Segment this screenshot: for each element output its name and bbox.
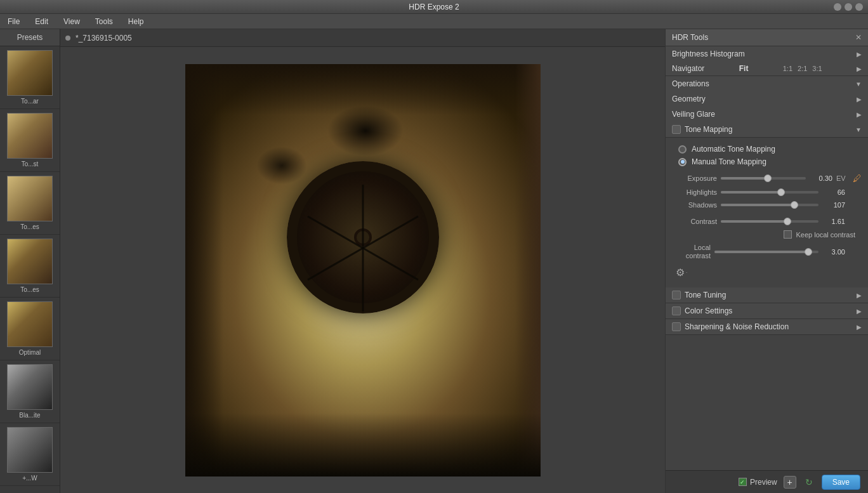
sharpening-left: Sharpening & Noise Reduction — [672, 322, 789, 331]
image-viewer[interactable] — [60, 47, 665, 493]
menu-tools[interactable]: Tools — [93, 16, 115, 27]
geometry-arrow: ▶ — [857, 96, 862, 103]
preset-item[interactable]: To...st — [0, 109, 60, 172]
auto-tone-row: Automatic Tone Mapping — [678, 143, 855, 155]
app-title: HDR Expose 2 — [409, 3, 459, 11]
operations-label: Operations — [672, 79, 709, 88]
shadows-slider[interactable] — [721, 204, 819, 206]
brightness-histogram-label: Brightness Histogram — [672, 49, 745, 58]
navigator-fit[interactable]: Fit — [739, 64, 749, 73]
refresh-button[interactable]: ↻ — [803, 476, 815, 489]
zoom-1-1[interactable]: 1:1 — [783, 65, 792, 72]
veiling-glare-section[interactable]: Veiling Glare ▶ — [666, 107, 868, 122]
local-contrast-slider[interactable] — [714, 251, 819, 253]
highlights-row: Highlights 66 — [666, 186, 868, 199]
panel-close-icon[interactable]: ✕ — [855, 33, 862, 42]
eyedropper-icon[interactable]: 🖊 — [853, 173, 862, 183]
tone-tuning-label: Tone Tuning — [685, 291, 726, 299]
sharpening-arrow: ▶ — [857, 324, 862, 331]
contrast-slider[interactable] — [721, 220, 819, 223]
shadows-fill — [721, 204, 794, 206]
save-button[interactable]: Save — [822, 475, 860, 490]
presets-header: Presets — [0, 29, 60, 46]
brightness-histogram-arrow: ▶ — [857, 51, 862, 58]
exposure-fill — [721, 177, 768, 180]
contrast-value: 1.61 — [822, 218, 845, 225]
tab-filename: *_7136915-0005 — [76, 34, 132, 43]
exposure-thumb[interactable] — [764, 174, 772, 182]
keep-local-contrast-row: Keep local contrast — [666, 228, 868, 241]
preset-item-optimal[interactable]: Optimal — [0, 298, 60, 360]
main-layout: Presets To...ar To...st To...es To...es … — [0, 29, 868, 493]
menu-view[interactable]: View — [61, 16, 82, 27]
settings-row: ⚙ · — [666, 263, 868, 282]
tone-tuning-arrow: ▶ — [857, 292, 862, 299]
panel-header: HDR Tools ✕ — [666, 29, 868, 46]
preset-label: Optimal — [19, 349, 41, 356]
panel-spacer — [666, 335, 868, 470]
main-image — [185, 64, 541, 477]
highlights-slider[interactable] — [721, 191, 819, 194]
geometry-section[interactable]: Geometry ▶ — [666, 91, 868, 107]
sharpening-checkbox[interactable] — [672, 322, 681, 331]
tone-tuning-section[interactable]: Tone Tuning ▶ — [666, 287, 868, 303]
exposure-slider[interactable] — [721, 177, 806, 180]
menu-edit[interactable]: Edit — [32, 16, 51, 27]
contrast-row: Contrast 1.61 — [666, 215, 868, 228]
highlights-thumb[interactable] — [777, 188, 785, 196]
contrast-label: Contrast — [676, 218, 717, 225]
right-panel: HDR Tools ✕ Brightness Histogram ▶ Navig… — [665, 29, 868, 493]
manual-tone-radio[interactable] — [678, 158, 687, 166]
preset-item[interactable]: To...ar — [0, 46, 60, 109]
operations-section[interactable]: Operations ▼ — [666, 76, 868, 91]
preset-item-bw[interactable]: Bla...ite — [0, 360, 60, 423]
manual-tone-row: Manual Tone Mapping — [678, 155, 855, 168]
add-button[interactable]: + — [784, 476, 796, 489]
preset-thumbnail — [7, 364, 53, 410]
tone-mapping-radio-group: Automatic Tone Mapping Manual Tone Mappi… — [666, 138, 868, 171]
preset-label: To...es — [20, 223, 39, 230]
shadows-thumb[interactable] — [791, 201, 798, 209]
preset-item[interactable]: To...es — [0, 235, 60, 298]
highlights-label: Highlights — [676, 188, 717, 196]
minimize-button[interactable] — [834, 3, 841, 11]
highlights-value: 66 — [822, 188, 845, 196]
keep-local-contrast-checkbox[interactable] — [784, 230, 792, 239]
content-area: *_7136915-0005 — [60, 29, 665, 493]
close-button[interactable] — [855, 3, 863, 11]
maximize-button[interactable] — [845, 3, 852, 11]
local-contrast-value: 3.00 — [822, 248, 845, 256]
preview-check: ✓ Preview — [739, 478, 777, 487]
menu-file[interactable]: File — [5, 16, 22, 27]
menu-help[interactable]: Help — [126, 16, 147, 27]
auto-tone-radio[interactable] — [678, 145, 687, 154]
local-contrast-row: Localcontrast 3.00 — [666, 241, 868, 263]
settings-gear-icon[interactable]: ⚙ — [676, 266, 685, 279]
zoom-2-1[interactable]: 2:1 — [798, 65, 807, 72]
local-contrast-label: Localcontrast — [676, 244, 711, 260]
local-contrast-thumb[interactable] — [805, 248, 812, 256]
brightness-histogram-section[interactable]: Brightness Histogram ▶ — [666, 46, 868, 62]
tone-mapping-checkbox[interactable] — [672, 125, 681, 134]
burn-mark-1 — [327, 105, 404, 156]
preset-thumbnail — [7, 113, 53, 159]
operations-arrow: ▼ — [855, 81, 862, 88]
sharpening-section[interactable]: Sharpening & Noise Reduction ▶ — [666, 319, 868, 335]
shadows-value: 107 — [822, 201, 845, 209]
contrast-thumb[interactable] — [784, 218, 791, 225]
color-settings-section[interactable]: Color Settings ▶ — [666, 303, 868, 319]
preset-thumbnail — [7, 176, 53, 221]
tone-mapping-header[interactable]: Tone Mapping ▼ — [666, 122, 868, 138]
tone-tuning-left: Tone Tuning — [672, 291, 726, 299]
preset-item[interactable]: To...es — [0, 172, 60, 235]
zoom-3-1[interactable]: 3:1 — [812, 65, 822, 72]
color-settings-checkbox[interactable] — [672, 306, 681, 315]
color-settings-label: Color Settings — [685, 306, 732, 315]
preview-checkbox[interactable]: ✓ — [739, 478, 747, 486]
tone-tuning-checkbox[interactable] — [672, 291, 681, 299]
tab-bar: *_7136915-0005 — [60, 29, 665, 47]
panel-title: HDR Tools — [672, 33, 708, 42]
preset-item-last[interactable]: +...W — [0, 423, 60, 486]
tone-mapping-label: Tone Mapping — [685, 125, 732, 134]
presets-sidebar: Presets To...ar To...st To...es To...es … — [0, 29, 60, 493]
